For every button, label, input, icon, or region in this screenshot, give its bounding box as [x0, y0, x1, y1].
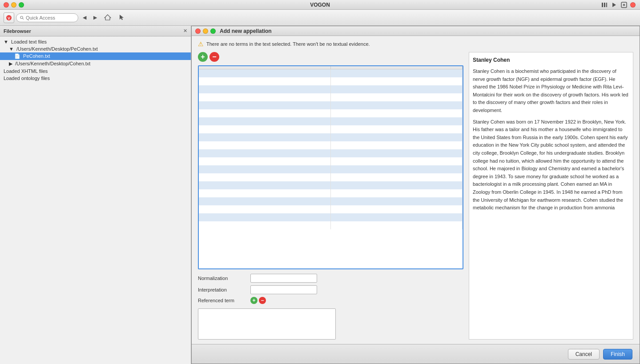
table-cell [199, 141, 331, 149]
tree-loaded-text-files[interactable]: ▼ Loaded text files [0, 38, 191, 45]
table-cell [331, 213, 463, 221]
table-row[interactable] [199, 213, 463, 221]
maximize-button[interactable] [19, 2, 24, 8]
titlebar-close-btn[interactable] [630, 2, 636, 8]
table-cell [331, 149, 463, 157]
table-row[interactable] [199, 93, 463, 101]
table-cell [199, 109, 331, 117]
logo-button[interactable]: V [4, 12, 14, 23]
svg-point-9 [20, 16, 23, 18]
svg-marker-12 [120, 15, 124, 20]
folder-expand-icon: ▼ [9, 46, 14, 52]
text-paragraph-2: Stanley Cohen was born on 17 November 19… [473, 118, 629, 212]
table-row[interactable] [199, 117, 463, 125]
table-row[interactable] [199, 157, 463, 165]
dialog-titlebar: Add new appellation [192, 26, 640, 36]
cancel-button[interactable]: Cancel [568, 349, 600, 360]
table-row[interactable] [199, 189, 463, 197]
close-button[interactable] [4, 2, 9, 8]
col-header-2 [331, 66, 463, 69]
tree-item-label: Loaded text files [11, 39, 47, 44]
select-icon [118, 14, 125, 21]
search-input[interactable] [26, 15, 74, 20]
minimize-button[interactable] [11, 2, 16, 8]
table-cell [199, 77, 331, 85]
tree-pecohen-file[interactable]: 📄 PeCohen.txt [0, 52, 191, 60]
interpretation-label: Interpretation [198, 287, 247, 292]
finish-button[interactable]: Finish [603, 349, 632, 360]
dialog-close-button[interactable] [195, 28, 201, 34]
text-panel-body: Stanley Cohen is a biochemist who partic… [473, 68, 629, 212]
dialog-body: + − [198, 52, 633, 340]
remove-row-button[interactable]: − [209, 52, 219, 62]
table-row[interactable] [199, 77, 463, 85]
add-ref-button[interactable]: + [250, 297, 258, 304]
normalization-input[interactable] [250, 274, 317, 283]
search-icon [20, 16, 24, 20]
title-bar: VOGON [0, 0, 640, 10]
table-cell [331, 133, 463, 141]
dialog-title: Add new appellation [220, 28, 272, 34]
tree-loaded-xhtml[interactable]: Loaded XHTML files [0, 68, 191, 75]
main-layout: Filebrowser ✕ ▼ Loaded text files ▼ /Use… [0, 26, 640, 364]
folder-collapse-icon: ▶ [9, 61, 12, 66]
table-row[interactable] [199, 173, 463, 181]
table-row[interactable] [199, 85, 463, 93]
table-row[interactable] [199, 181, 463, 189]
sidebar: Filebrowser ✕ ▼ Loaded text files ▼ /Use… [0, 26, 191, 364]
warning-text: There are no terms in the text selected.… [206, 41, 370, 47]
table-header [199, 66, 463, 69]
sidebar-close-button[interactable]: ✕ [183, 28, 187, 34]
filetree: ▼ Loaded text files ▼ /Users/Kenneth/Des… [0, 36, 191, 364]
tree-pecohen-folder[interactable]: ▼ /Users/Kenneth/Desktop/PeCohen.txt [0, 45, 191, 52]
tree-cohen-folder[interactable]: ▶ /Users/Kenneth/Desktop/Cohen.txt [0, 60, 191, 68]
table-row[interactable] [199, 149, 463, 157]
dialog-minimize-button[interactable] [203, 28, 208, 34]
table-row[interactable] [199, 205, 463, 213]
tree-loaded-ontology[interactable]: Loaded ontology files [0, 75, 191, 82]
action-buttons: + − [198, 52, 463, 62]
svg-rect-1 [604, 3, 605, 7]
tree-item-label: /Users/Kenneth/Desktop/Cohen.txt [15, 61, 90, 66]
table-cell [199, 133, 331, 141]
referenced-term-textarea[interactable] [198, 308, 336, 340]
table-cell [331, 221, 463, 229]
home-button[interactable] [101, 13, 114, 23]
svg-line-10 [23, 18, 24, 19]
table-row[interactable] [199, 141, 463, 149]
table-row[interactable] [199, 165, 463, 173]
sidebar-title: Filebrowser [4, 28, 31, 34]
back-button[interactable]: ◀ [80, 14, 89, 21]
table-cell [331, 165, 463, 173]
add-appellation-dialog: Add new appellation ⚠ There are no terms… [191, 26, 640, 364]
table-row[interactable] [199, 101, 463, 109]
table-row[interactable] [199, 109, 463, 117]
table-cell [199, 181, 331, 189]
dialog-content: ⚠ There are no terms in the text selecte… [192, 36, 640, 344]
dialog-footer: Cancel Finish [192, 344, 640, 364]
table-row[interactable] [199, 69, 463, 77]
dialog-maximize-button[interactable] [210, 28, 216, 34]
app-title: VOGON [310, 2, 330, 8]
table-cell [199, 205, 331, 213]
forward-button[interactable]: ▶ [91, 14, 100, 21]
interpretation-input[interactable] [250, 285, 317, 294]
remove-ref-button[interactable]: − [259, 297, 266, 304]
table-row[interactable] [199, 125, 463, 133]
select-tool-button[interactable] [116, 13, 128, 23]
form-fields: Normalization Interpretation Referenced … [198, 274, 463, 340]
table-row[interactable] [199, 133, 463, 141]
add-row-button[interactable]: + [198, 52, 208, 62]
table-cell [331, 69, 463, 77]
tree-item-label: PeCohen.txt [23, 53, 50, 59]
table-cell [331, 109, 463, 117]
search-box[interactable] [16, 13, 78, 22]
table-cell [331, 101, 463, 109]
table-cell [199, 149, 331, 157]
table-row[interactable] [199, 197, 463, 205]
toolbar-icon-2 [611, 1, 618, 8]
window-controls [4, 2, 24, 8]
file-icon: 📄 [14, 53, 20, 59]
table-row[interactable] [199, 221, 463, 229]
svg-rect-2 [606, 3, 607, 7]
